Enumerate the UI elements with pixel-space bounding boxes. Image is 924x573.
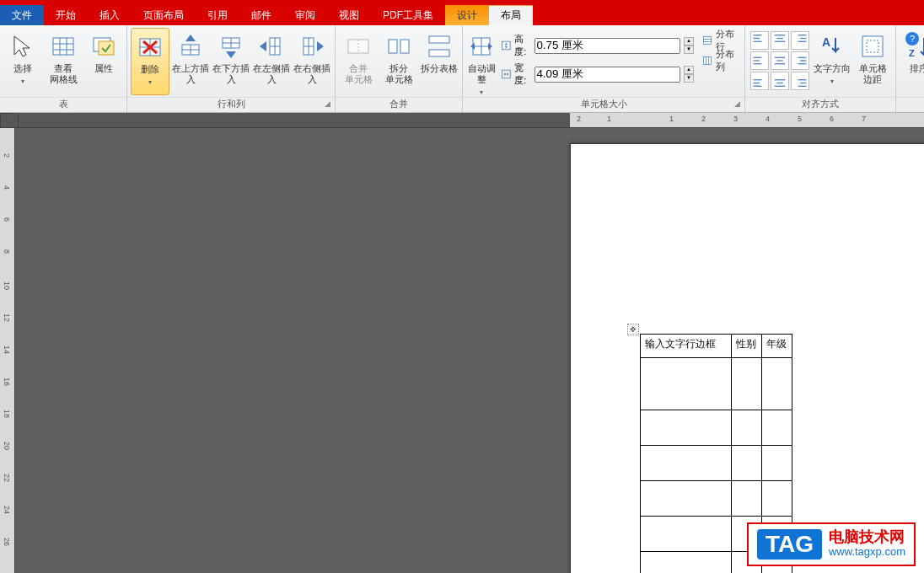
insert-above-button[interactable]: 在上方插入 <box>171 28 210 95</box>
group-alignment: A 文字方向 ▾ 单元格 边距 对齐方式 <box>745 25 896 112</box>
spin-down[interactable]: ▼ <box>684 74 693 83</box>
insert-above-icon <box>177 33 204 60</box>
view-gridlines-button[interactable]: 查看 网格线 <box>44 28 83 95</box>
group-table: 选择 ▾ 查看 网格线 属性 表 <box>0 25 127 112</box>
tab-view[interactable]: 视图 <box>327 5 371 25</box>
table-cell[interactable] <box>762 358 792 410</box>
table-cell[interactable] <box>641 481 732 517</box>
table-cell[interactable] <box>732 358 762 410</box>
align-middle-left[interactable] <box>750 51 769 70</box>
width-input[interactable] <box>535 67 680 83</box>
watermark: TAG 电脑技术网 www.tagxp.com <box>747 522 916 566</box>
document-area[interactable]: ✥ 输入文字行边框 性别 年级 <box>15 128 924 573</box>
dropdown-icon: ▾ <box>480 88 483 96</box>
table-cell[interactable] <box>641 552 732 574</box>
table-cell[interactable] <box>641 358 732 410</box>
cell-margins-button[interactable]: 单元格 边距 <box>853 28 892 95</box>
spin-down[interactable]: ▼ <box>684 46 693 54</box>
tab-insert[interactable]: 插入 <box>88 5 132 25</box>
tab-pdf-tools[interactable]: PDF工具集 <box>371 5 445 25</box>
group-alignment-label: 对齐方式 <box>802 99 839 109</box>
table-cell[interactable] <box>762 410 792 446</box>
group-merge: 合并 单元格 拆分 单元格 拆分表格 合并 <box>336 25 463 112</box>
align-middle-center[interactable] <box>771 51 789 70</box>
tab-review[interactable]: 审阅 <box>283 5 327 25</box>
insert-below-button[interactable]: 在下方插入 <box>212 28 250 95</box>
table-cell[interactable] <box>762 446 792 481</box>
delete-button[interactable]: 删除 ▾ <box>131 28 169 95</box>
insert-below-icon <box>218 33 244 60</box>
distribute-cols-button[interactable]: 分布列 <box>699 51 739 70</box>
svg-rect-26 <box>389 40 397 53</box>
table-row <box>641 446 792 481</box>
split-cells-icon <box>385 33 412 60</box>
launcher-icon[interactable]: ◢ <box>322 99 332 110</box>
table-cell[interactable] <box>641 446 732 481</box>
autofit-button[interactable]: 自动调整 ▾ <box>466 28 497 95</box>
select-button[interactable]: 选择 ▾ <box>3 28 42 95</box>
cell-margins-icon <box>859 33 886 60</box>
table-cell[interactable]: 性别 <box>732 335 762 358</box>
horizontal-ruler[interactable]: 2 1 1 2 3 4 5 6 7 <box>19 113 924 128</box>
text-direction-button[interactable]: A 文字方向 ▾ <box>813 28 851 95</box>
dropdown-icon: ▾ <box>148 78 152 86</box>
help-icon[interactable]: ? <box>905 32 919 46</box>
vertical-ruler[interactable]: 2 4 6 8 10 12 14 16 18 20 22 24 26 <box>0 128 15 573</box>
merge-cells-button[interactable]: 合并 单元格 <box>339 28 378 95</box>
split-cells-button[interactable]: 拆分 单元格 <box>379 28 418 95</box>
group-cell-size-label: 单元格大小 <box>581 99 627 109</box>
spin-up[interactable]: ▲ <box>684 66 693 74</box>
tab-strip: 文件 开始 插入 页面布局 引用 邮件 审阅 视图 PDF工具集 设计 布局 <box>0 5 924 25</box>
table-anchor-icon[interactable]: ✥ <box>627 324 639 335</box>
group-rows-cols-label: 行和列 <box>218 99 245 109</box>
launcher-icon[interactable]: ◢ <box>732 99 742 110</box>
align-bottom-left[interactable] <box>750 72 769 90</box>
grid-icon <box>50 33 77 60</box>
tab-page-layout[interactable]: 页面布局 <box>132 5 196 25</box>
align-top-left[interactable] <box>750 31 769 50</box>
group-table-label: 表 <box>59 99 68 109</box>
dropdown-icon: ▾ <box>830 78 834 85</box>
tab-mailings[interactable]: 邮件 <box>239 5 283 25</box>
table-cell[interactable] <box>641 410 732 446</box>
align-bottom-center[interactable] <box>771 72 789 90</box>
tab-home[interactable]: 开始 <box>44 5 88 25</box>
align-middle-right[interactable] <box>791 51 809 70</box>
svg-rect-35 <box>703 37 711 45</box>
distribute-cols-icon <box>702 54 712 67</box>
align-top-right[interactable] <box>791 31 809 50</box>
tab-references[interactable]: 引用 <box>196 5 239 25</box>
tab-file[interactable]: 文件 <box>0 5 44 25</box>
table-cell[interactable] <box>732 410 762 446</box>
table-cell[interactable]: 年级 <box>762 335 792 358</box>
properties-icon <box>90 33 117 60</box>
align-top-center[interactable] <box>771 31 789 50</box>
table-cell[interactable]: 输入文字行边框 <box>641 335 732 358</box>
watermark-title: 电脑技术网 <box>829 529 905 544</box>
table-cell[interactable] <box>732 481 762 517</box>
group-merge-label: 合并 <box>389 99 408 109</box>
table-cell[interactable] <box>732 446 762 481</box>
insert-right-button[interactable]: 在右侧插入 <box>293 28 331 95</box>
distribute-rows-button[interactable]: 分布行 <box>699 31 739 50</box>
tab-layout[interactable]: 布局 <box>489 5 533 25</box>
text-direction-icon: A <box>819 33 846 60</box>
ruler-corner <box>0 113 19 128</box>
ribbon: 选择 ▾ 查看 网格线 属性 表 删除 ▾ 在上方插入 <box>0 25 924 113</box>
distribute-rows-icon <box>702 34 712 47</box>
align-bottom-right[interactable] <box>791 72 809 90</box>
height-input[interactable] <box>535 38 680 54</box>
table-row <box>641 410 792 446</box>
width-icon <box>501 67 512 81</box>
width-label: 宽度: <box>514 62 531 87</box>
svg-rect-0 <box>53 38 73 55</box>
table-cell[interactable] <box>762 481 792 517</box>
split-table-button[interactable]: 拆分表格 <box>420 28 459 95</box>
table-cell[interactable] <box>641 517 732 552</box>
properties-button[interactable]: 属性 <box>84 28 123 95</box>
dropdown-icon: ▾ <box>21 78 24 85</box>
svg-rect-38 <box>703 57 711 65</box>
tab-design[interactable]: 设计 <box>445 5 489 25</box>
insert-left-button[interactable]: 在左侧插入 <box>252 28 291 95</box>
spin-up[interactable]: ▲ <box>684 37 693 46</box>
